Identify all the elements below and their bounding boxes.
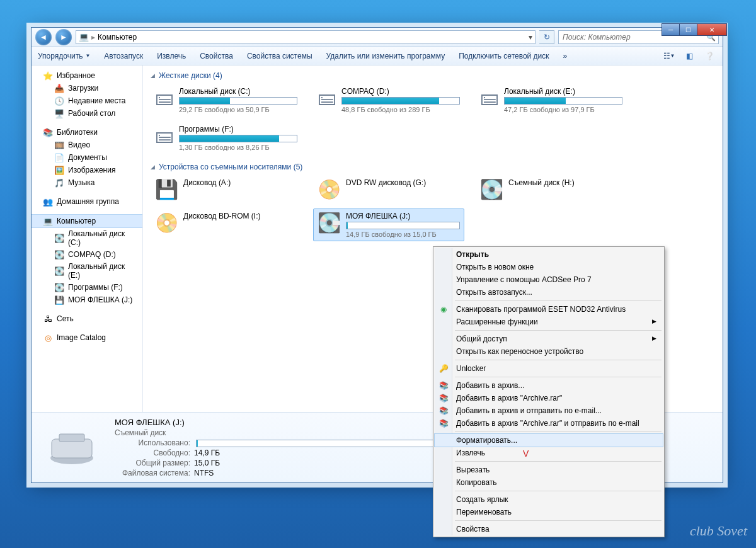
properties-button[interactable]: Свойства bbox=[200, 52, 233, 60]
context-item-label: Добавить в архив "Archive.rar" bbox=[456, 394, 562, 402]
minimize-button[interactable]: ─ bbox=[662, 23, 680, 36]
drive-item[interactable]: 💽 Съемный диск (H:) bbox=[476, 175, 627, 203]
sidebar-item[interactable]: 📥Загрузки bbox=[32, 82, 142, 94]
sidebar-item[interactable]: 💽Программы (F:) bbox=[32, 281, 142, 294]
drive-item[interactable]: 🖴 Программы (F:) 1,30 ГБ свободно из 8,2… bbox=[151, 122, 302, 154]
hdd-section-header[interactable]: ◢ Жесткие диски (4) bbox=[151, 69, 715, 84]
context-item[interactable]: Управление с помощью ACDSee Pro 7 bbox=[435, 273, 663, 286]
drive-item[interactable]: 🖴 Локальный диск (C:) 29,2 ГБ свободно и… bbox=[151, 84, 302, 117]
drive-name: Локальный диск (C:) bbox=[179, 87, 297, 96]
computer-icon: 💻 bbox=[43, 216, 53, 226]
context-item-icon: 📚 bbox=[438, 406, 449, 416]
favorites-header[interactable]: ⭐Избранное bbox=[32, 69, 142, 82]
details-type: Съемный диск bbox=[115, 428, 448, 437]
arrow-left-icon: ◄ bbox=[40, 33, 47, 42]
context-item[interactable]: Общий доступ ▶ bbox=[435, 333, 663, 345]
sidebar-item[interactable]: 💽Локальный диск (C:) bbox=[32, 228, 142, 248]
drive-name: Съемный диск (H:) bbox=[508, 178, 622, 187]
context-item-label: Добавить в архив "Archive.rar" и отправи… bbox=[456, 419, 639, 428]
map-network-button[interactable]: Подключить сетевой диск bbox=[459, 52, 549, 60]
eject-button[interactable]: Извлечь bbox=[157, 52, 186, 60]
context-item[interactable]: Создать ярлык bbox=[435, 493, 663, 506]
context-item[interactable]: Вырезать bbox=[435, 464, 663, 476]
context-item[interactable]: Свойства bbox=[435, 523, 663, 535]
preview-pane-button[interactable]: ◧ bbox=[682, 49, 696, 63]
drive-icon: 💽 bbox=[54, 282, 64, 292]
drive-item[interactable]: 💾 Дисковод (A:) bbox=[151, 175, 302, 203]
back-button[interactable]: ◄ bbox=[35, 29, 52, 45]
image-catalog-header[interactable]: ◎Image Catalog bbox=[32, 331, 142, 344]
view-button[interactable]: ☷▼ bbox=[662, 49, 676, 63]
help-button[interactable]: ❔ bbox=[702, 49, 716, 63]
homegroup-header[interactable]: 👥Домашняя группа bbox=[32, 195, 142, 208]
drive-item[interactable]: 🖴 COMPAQ (D:) 48,8 ГБ свободно из 289 ГБ bbox=[313, 84, 464, 117]
context-separator bbox=[455, 300, 662, 301]
context-item[interactable]: 🔑 Unlocker bbox=[435, 362, 663, 375]
context-item[interactable]: Переименовать bbox=[435, 506, 663, 518]
context-separator bbox=[455, 461, 662, 462]
network-header[interactable]: 🖧Сеть bbox=[32, 312, 142, 325]
item-icon: 🎵 bbox=[54, 178, 64, 188]
context-item[interactable]: Копировать bbox=[435, 476, 663, 489]
sidebar-item[interactable]: 🖥️Рабочий стол bbox=[32, 107, 142, 120]
context-separator bbox=[455, 520, 662, 521]
system-properties-button[interactable]: Свойства системы bbox=[247, 52, 312, 60]
context-item[interactable]: Извлечь bbox=[435, 447, 663, 459]
context-item[interactable]: 📚 Добавить в архив и отправить по e-mail… bbox=[435, 404, 663, 417]
sidebar-item[interactable]: 💽COMPAQ (D:) bbox=[32, 248, 142, 261]
computer-header[interactable]: 💻Компьютер bbox=[32, 214, 142, 228]
sidebar-item[interactable]: 📄Документы bbox=[32, 151, 142, 164]
drive-item[interactable]: 📀 Дисковод BD-ROM (I:) bbox=[151, 208, 302, 241]
watermark: club Sovet bbox=[690, 523, 747, 539]
uninstall-button[interactable]: Удалить или изменить программу bbox=[326, 52, 445, 60]
refresh-button[interactable]: ↻ bbox=[539, 30, 554, 44]
sidebar-item[interactable]: 🎵Музыка bbox=[32, 176, 142, 189]
sidebar-item[interactable]: 🖼️Изображения bbox=[32, 164, 142, 176]
drive-item[interactable]: 💽 МОЯ ФЛЕШКА (J:) 14,9 ГБ свободно из 15… bbox=[313, 208, 464, 241]
context-item[interactable]: Открыть в новом окне bbox=[435, 261, 663, 273]
usage-bar bbox=[179, 97, 297, 105]
context-item-label: Открыть bbox=[456, 250, 489, 259]
usage-bar bbox=[504, 97, 622, 105]
sidebar-item[interactable]: 💽Локальный диск (E:) bbox=[32, 261, 142, 281]
drive-item[interactable]: 🖴 Локальный диск (E:) 47,2 ГБ свободно и… bbox=[476, 84, 627, 117]
context-item[interactable]: ◉ Сканировать программой ESET NOD32 Anti… bbox=[435, 303, 663, 316]
drive-icon: 📀 bbox=[318, 178, 341, 200]
usage-bar bbox=[346, 222, 460, 229]
free-value: 14,9 ГБ bbox=[194, 448, 220, 457]
submenu-arrow-icon: ▶ bbox=[652, 335, 656, 341]
drive-icon: 💽 bbox=[54, 266, 64, 276]
sidebar-item[interactable]: 🎞️Видео bbox=[32, 139, 142, 151]
context-item[interactable]: 📚 Добавить в архив "Archive.rar" bbox=[435, 392, 663, 404]
context-separator bbox=[455, 330, 662, 331]
drive-item[interactable]: 📀 DVD RW дисковод (G:) bbox=[313, 175, 464, 203]
close-button[interactable]: ✕ bbox=[697, 23, 727, 36]
context-item[interactable]: 📚 Добавить в архив... bbox=[435, 379, 663, 392]
context-item[interactable]: Открыть автозапуск... bbox=[435, 286, 663, 299]
context-item[interactable]: Форматировать... bbox=[435, 434, 663, 447]
maximize-button[interactable]: ☐ bbox=[679, 23, 697, 36]
overflow-button[interactable]: » bbox=[563, 52, 568, 60]
context-item[interactable]: Открыть как переносное устройство bbox=[435, 345, 663, 358]
sidebar-item[interactable]: 🕓Недавние места bbox=[32, 94, 142, 107]
address-bar[interactable]: 💻 ▸ Компьютер ▾ bbox=[76, 30, 536, 44]
homegroup-icon: 👥 bbox=[43, 197, 53, 207]
context-item-label: Управление с помощью ACDSee Pro 7 bbox=[456, 275, 592, 284]
drive-name: DVD RW дисковод (G:) bbox=[346, 178, 460, 187]
context-item-label: Свойства bbox=[456, 525, 490, 534]
drive-large-icon bbox=[42, 423, 102, 472]
context-item[interactable]: 📚 Добавить в архив "Archive.rar" и отпра… bbox=[435, 417, 663, 430]
drive-sub: 14,9 ГБ свободно из 15,0 ГБ bbox=[346, 231, 460, 238]
sidebar-item[interactable]: 💾МОЯ ФЛЕШКА (J:) bbox=[32, 294, 142, 306]
command-bar: Упорядочить ▼ Автозапуск Извлечь Свойств… bbox=[32, 47, 723, 66]
context-item-label: Сканировать программой ESET NOD32 Antivi… bbox=[456, 305, 626, 314]
autorun-button[interactable]: Автозапуск bbox=[104, 52, 143, 60]
libraries-header[interactable]: 📚Библиотеки bbox=[32, 126, 142, 139]
forward-button[interactable]: ► bbox=[55, 29, 72, 45]
context-item-label: Добавить в архив... bbox=[456, 381, 524, 390]
context-item[interactable]: Расширенные функции ▶ bbox=[435, 316, 663, 328]
removable-section-header[interactable]: ◢ Устройства со съемными носителями (5) bbox=[151, 161, 715, 175]
drive-icon: 💽 bbox=[54, 233, 64, 243]
context-item[interactable]: Открыть bbox=[435, 248, 663, 261]
organize-button[interactable]: Упорядочить ▼ bbox=[38, 52, 90, 60]
